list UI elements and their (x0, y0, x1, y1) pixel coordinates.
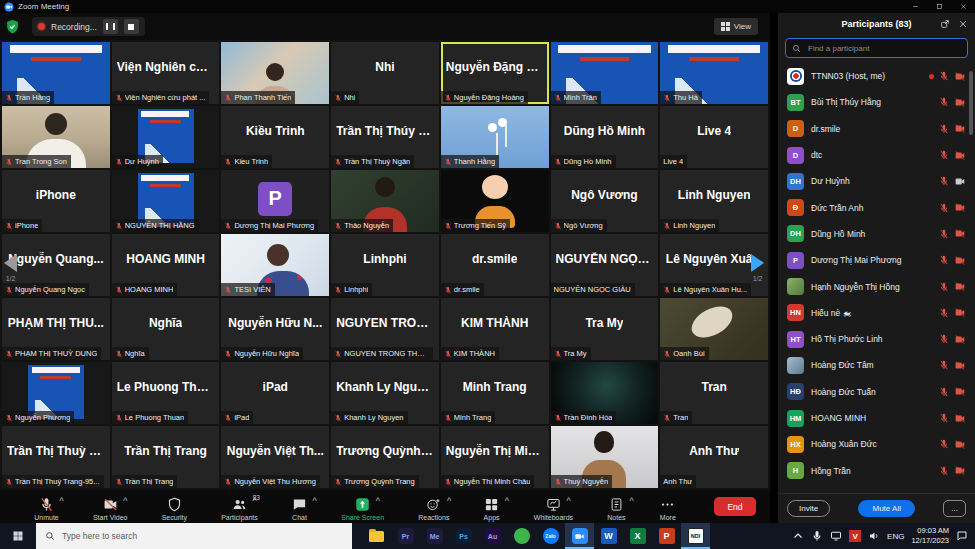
scrollbar[interactable] (969, 71, 973, 135)
video-tile[interactable]: HOANG MINHHOANG MINH (112, 234, 220, 296)
toolbar-security-button[interactable]: Security (162, 497, 187, 521)
video-tile[interactable]: Minh TrangMinh Trang (441, 362, 549, 424)
video-tile[interactable]: Linh NguyenLinh Nguyen (660, 170, 768, 232)
taskbar-app-media-encoder[interactable]: Me (420, 523, 449, 549)
video-tile[interactable]: Anh ThưAnh Thư (660, 426, 768, 488)
video-tile[interactable]: Trần Thị TrangTrần Thị Trang (112, 426, 220, 488)
video-tile[interactable]: Nguyễn Phương (2, 362, 110, 424)
taskbar-app-audition[interactable]: Au (478, 523, 507, 549)
video-tile[interactable]: Dũng Hồ MinhDũng Hồ Minh (551, 106, 659, 168)
video-tile[interactable]: Nguyễn Quang...Nguyễn Quang Ngọc (2, 234, 110, 296)
video-tile[interactable]: NhiNhi (331, 42, 439, 104)
video-tile[interactable]: Thu Hà (660, 42, 768, 104)
toolbar-participants-button[interactable]: ^83Participants (221, 497, 258, 521)
taskbar-app-word[interactable]: W (594, 523, 623, 549)
video-tile[interactable]: Dư Huỳnh (112, 106, 220, 168)
taskbar-app-ndi[interactable]: NDI (681, 523, 710, 549)
video-tile[interactable]: Tra MyTra My (551, 298, 659, 360)
taskbar-app-premiere[interactable]: Pr (391, 523, 420, 549)
participant-row[interactable]: DHDư Huỳnh (778, 168, 975, 194)
video-tile[interactable]: Live 4Live 4 (660, 106, 768, 168)
video-tile[interactable]: TranTran (660, 362, 768, 424)
toolbar-apps-button[interactable]: ^Apps (484, 497, 500, 521)
language-indicator[interactable]: ENG (887, 532, 904, 541)
toolbar-start-video-button[interactable]: ^Start Video (93, 497, 128, 521)
video-tile[interactable]: Nguyễn Thị Min...Nguyễn Thị Minh Châu (441, 426, 549, 488)
toolbar-unmute-button[interactable]: ^Unmute (34, 497, 59, 521)
participant-row[interactable]: Ddr.smile (778, 116, 975, 142)
participant-row[interactable]: HĐHoàng Đức Tuấn (778, 379, 975, 405)
video-tile[interactable]: Oanh Bùi (660, 298, 768, 360)
taskbar-app-photoshop[interactable]: Ps (449, 523, 478, 549)
video-tile[interactable]: Trần Thị Thúy N...Trần Thị Thuý Ngân (331, 106, 439, 168)
taskbar-app-powerpoint[interactable]: P (652, 523, 681, 549)
video-tile[interactable]: NGUYỄN NGỌC...NGUYỄN NGỌC GIÀU (551, 234, 659, 296)
video-tile[interactable]: Phan Thanh Tiến (221, 42, 329, 104)
taskbar-app-coccoc[interactable] (507, 523, 536, 549)
close-button[interactable] (951, 0, 975, 13)
video-tile[interactable]: Trần Thị Thuỳ Tr...Trần Thị Thuỳ Trang-9… (2, 426, 110, 488)
popout-icon[interactable] (940, 19, 950, 29)
video-tile[interactable]: NGUYỄN THỊ HẰNG (112, 170, 220, 232)
participant-row[interactable]: Hạnh Nguyễn Thị Hồng (778, 273, 975, 299)
participant-row[interactable]: DHDũng Hồ Minh (778, 221, 975, 247)
toolbar-more-button[interactable]: More (660, 497, 676, 521)
participant-row[interactable]: ĐĐức Trần Anh (778, 194, 975, 220)
tray-mic-icon[interactable] (811, 530, 823, 542)
participant-row[interactable]: HHồng Trần (778, 457, 975, 483)
taskbar-app-excel[interactable]: X (623, 523, 652, 549)
toolbar-whiteboards-button[interactable]: ^Whiteboards (534, 497, 573, 521)
minimize-button[interactable] (903, 0, 927, 13)
video-tile[interactable]: dr.smiledr.smile (441, 234, 549, 296)
video-tile[interactable]: Nguyễn Việt Th...Nguyễn Việt Thu Hương (221, 426, 329, 488)
tray-v-app-icon[interactable]: V (849, 530, 861, 542)
video-tile[interactable]: Viện Nghiên cứ...Viện Nghiên cứu phát ..… (112, 42, 220, 104)
taskbar-clock[interactable]: 09:03 AM 12/17/2023 (911, 526, 949, 546)
taskbar-app-zoom[interactable] (565, 523, 594, 549)
panel-close-icon[interactable] (958, 19, 968, 29)
video-tile[interactable]: Ngô VươngNgô Vương (551, 170, 659, 232)
video-tile[interactable]: Thanh Hằng (441, 106, 549, 168)
tray-speaker-icon[interactable] (868, 530, 880, 542)
taskbar-app-zalo[interactable]: Zalo (536, 523, 565, 549)
video-tile[interactable]: Tran Trong Son (2, 106, 110, 168)
search-input[interactable] (806, 43, 961, 54)
maximize-button[interactable] (927, 0, 951, 13)
tray-display-icon[interactable] (830, 530, 842, 542)
pause-recording-button[interactable] (103, 19, 118, 34)
participant-row[interactable]: HTHồ Thị Phước Linh (778, 326, 975, 352)
panel-more-button[interactable]: ... (943, 500, 966, 517)
video-tile[interactable]: LinhphiLinhphi (331, 234, 439, 296)
participant-row[interactable]: HNHiếu nè 🏍 (778, 300, 975, 326)
toolbar-notes-button[interactable]: ^Notes (607, 497, 625, 521)
participant-row[interactable]: HXHoàng Xuân Đức (778, 431, 975, 457)
stop-recording-button[interactable] (124, 19, 139, 34)
tray-chevron-up-icon[interactable] (792, 530, 804, 542)
video-tile[interactable]: PHẠM THỊ THU...PHẠM THỊ THUỲ DUNG (2, 298, 110, 360)
video-tile[interactable]: NGUYEN TRON...NGUYEN TRONG THE ... (331, 298, 439, 360)
video-tile[interactable]: Nguyễn Đặng H...Nguyễn Đặng Hoàng (441, 42, 549, 104)
video-tile[interactable]: KIM THÀNHKIM THÀNH (441, 298, 549, 360)
video-tile[interactable]: TESI VIÊN (221, 234, 329, 296)
invite-button[interactable]: Invite (787, 500, 830, 517)
video-tile[interactable]: Nguyễn Hữu N...Nguyễn Hữu Nghĩa (221, 298, 329, 360)
participant-row[interactable]: PDương Thị Mai Phương (778, 247, 975, 273)
mute-all-button[interactable]: Mute All (858, 500, 914, 517)
participant-row[interactable]: TTNN03 (Host, me) (778, 63, 975, 89)
participant-row[interactable]: HMHOANG MINH (778, 405, 975, 431)
video-tile[interactable]: Kiều TrinhKiều Trinh (221, 106, 329, 168)
video-tile[interactable]: Minh Trân (551, 42, 659, 104)
start-button[interactable] (0, 523, 36, 549)
participant-row[interactable]: BTBùi Thị Thúy Hằng (778, 89, 975, 115)
meeting-info-shield-icon[interactable] (5, 19, 20, 34)
video-tile[interactable]: iPhoneiPhone (2, 170, 110, 232)
next-page-button[interactable]: 1/2 (751, 254, 764, 282)
video-tile[interactable]: Thảo Nguyễn (331, 170, 439, 232)
taskbar-app-file-explorer[interactable] (362, 523, 391, 549)
view-button[interactable]: View (714, 18, 758, 35)
video-tile[interactable]: Trần Đình Hòa (551, 362, 659, 424)
video-tile[interactable]: Trương Quỳnh T...Trương Quỳnh Trang (331, 426, 439, 488)
notification-center-icon[interactable] (956, 530, 968, 542)
video-tile[interactable]: PDương Thị Mai Phương (221, 170, 329, 232)
video-tile[interactable]: Trương Tiến Sỹ (441, 170, 549, 232)
